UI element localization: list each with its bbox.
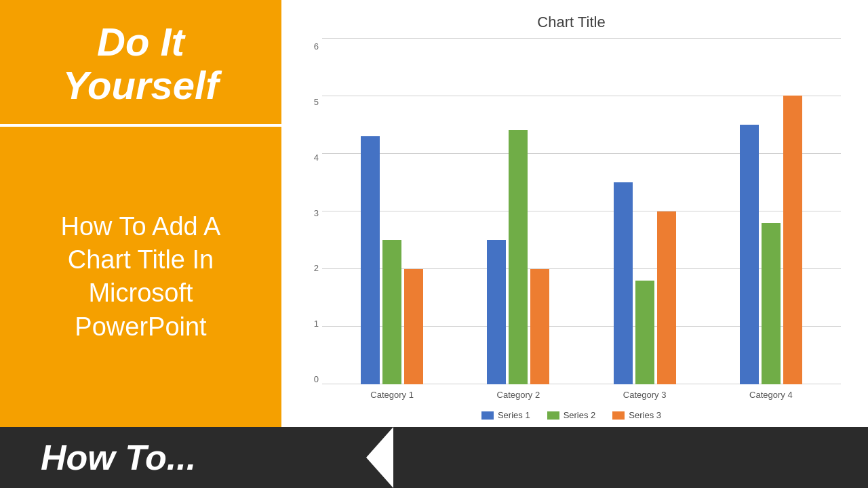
y-label-4: 4 (302, 152, 322, 163)
bar-cat3-series2 (635, 281, 654, 384)
legend-swatch-1 (481, 411, 494, 420)
legend-swatch-2 (547, 411, 559, 420)
legend-series2: Series 2 (547, 410, 596, 420)
legend-series1: Series 1 (481, 410, 530, 420)
legend-label-2: Series 2 (564, 410, 596, 420)
category-group-2 (455, 38, 581, 384)
subtitle-area: How To Add A Chart Title In Microsoft Po… (0, 127, 281, 427)
bottom-bar: How To... (0, 427, 868, 488)
bar-cat1-series2 (382, 240, 401, 384)
category-group-1 (329, 38, 455, 384)
x-labels: Category 1Category 2Category 3Category 4 (322, 384, 841, 405)
y-axis: 0 1 2 3 4 5 6 (302, 38, 322, 405)
y-label-3: 3 (302, 208, 322, 218)
category-group-3 (582, 38, 708, 384)
bar-cat1-series3 (404, 269, 423, 384)
y-label-2: 2 (302, 263, 322, 273)
left-panel: Do It Yourself How To Add A Chart Title … (0, 0, 281, 427)
category-group-4 (708, 38, 834, 384)
legend-swatch-3 (612, 411, 625, 420)
bars-container (322, 38, 841, 384)
bar-cat4-series1 (740, 125, 759, 384)
x-label-4: Category 4 (708, 384, 834, 405)
x-label-2: Category 2 (455, 384, 581, 405)
right-panel: Chart Title 0 1 2 3 4 5 6 (281, 0, 868, 427)
chart-area: 0 1 2 3 4 5 6 (302, 38, 841, 405)
chart-plot: Category 1Category 2Category 3Category 4 (322, 38, 841, 405)
x-label-3: Category 3 (582, 384, 708, 405)
y-label-0: 0 (302, 374, 322, 384)
bar-cat3-series1 (614, 182, 633, 384)
chart-title: Chart Title (537, 14, 605, 31)
bar-cat1-series1 (361, 136, 380, 384)
bottom-text: How To... (41, 437, 196, 478)
bar-cat2-series2 (509, 130, 528, 384)
legend-label-1: Series 1 (498, 410, 530, 420)
subtitle-text: How To Add A Chart Title In Microsoft Po… (27, 210, 254, 344)
bar-cat3-series3 (657, 211, 676, 385)
bar-cat2-series3 (530, 269, 549, 384)
legend-series3: Series 3 (612, 410, 661, 420)
y-label-5: 5 (302, 97, 322, 107)
chart-container: Chart Title 0 1 2 3 4 5 6 (302, 14, 841, 420)
bar-cat4-series3 (783, 96, 802, 384)
chart-legend: Series 1 Series 2 Series 3 (481, 410, 661, 420)
legend-label-3: Series 3 (629, 410, 661, 420)
bar-cat4-series2 (762, 223, 781, 384)
arrow-shape (366, 427, 393, 488)
title-box: Do It Yourself (0, 0, 281, 127)
main-content: Do It Yourself How To Add A Chart Title … (0, 0, 868, 427)
main-title: Do It Yourself (14, 20, 268, 107)
bar-cat2-series1 (487, 240, 506, 384)
x-label-1: Category 1 (329, 384, 455, 405)
y-label-6: 6 (302, 41, 322, 52)
y-label-1: 1 (302, 319, 322, 329)
